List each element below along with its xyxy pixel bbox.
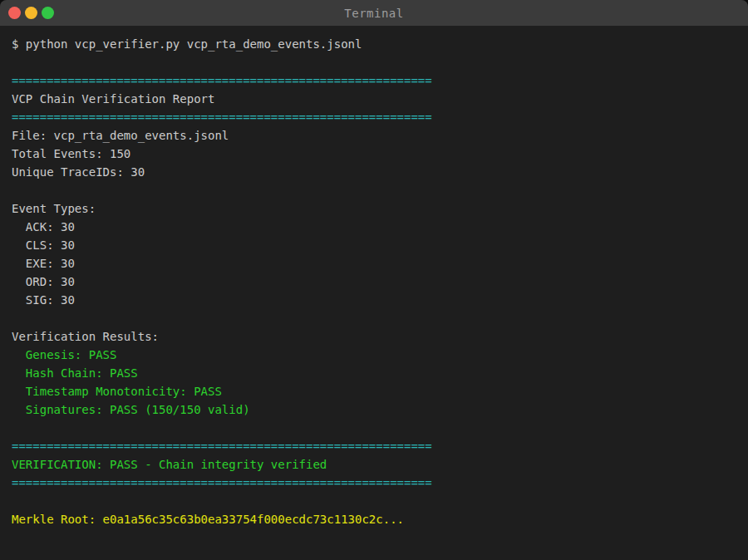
close-button[interactable] bbox=[8, 7, 21, 19]
terminal-line: ========================================… bbox=[12, 71, 736, 90]
terminal-line: Total Events: 150 bbox=[12, 145, 736, 163]
terminal-line: ACK: 30 bbox=[12, 218, 736, 236]
terminal-line: Timestamp Monotonicity: PASS bbox=[12, 382, 736, 400]
terminal-line: ========================================… bbox=[12, 108, 736, 126]
window-titlebar[interactable]: Terminal bbox=[0, 0, 748, 26]
terminal-line: VCP Chain Verification Report bbox=[12, 90, 736, 108]
zoom-button[interactable] bbox=[42, 7, 54, 19]
terminal-line: EXE: 30 bbox=[12, 254, 736, 273]
terminal-line bbox=[12, 309, 736, 327]
terminal-output[interactable]: $ python vcp_verifier.py vcp_rta_demo_ev… bbox=[0, 26, 748, 560]
terminal-line: Signatures: PASS (150/150 valid) bbox=[12, 400, 736, 419]
terminal-line bbox=[12, 492, 736, 510]
window-controls bbox=[8, 0, 54, 26]
terminal-line: CLS: 30 bbox=[12, 236, 736, 254]
terminal-line: ========================================… bbox=[12, 474, 736, 492]
terminal-line: File: vcp_rta_demo_events.jsonl bbox=[12, 126, 736, 145]
terminal-line bbox=[12, 53, 736, 71]
terminal-line: Genesis: PASS bbox=[12, 346, 736, 364]
terminal-line: Event Types: bbox=[12, 199, 736, 218]
terminal-window: Terminal $ python vcp_verifier.py vcp_rt… bbox=[0, 0, 748, 560]
terminal-line bbox=[12, 181, 736, 199]
terminal-line bbox=[12, 419, 736, 437]
window-title: Terminal bbox=[0, 7, 748, 20]
terminal-line: Hash Chain: PASS bbox=[12, 364, 736, 382]
minimize-button[interactable] bbox=[25, 7, 37, 19]
terminal-line: $ python vcp_verifier.py vcp_rta_demo_ev… bbox=[12, 35, 736, 53]
terminal-line: Verification Results: bbox=[12, 327, 736, 346]
terminal-line: ORD: 30 bbox=[12, 273, 736, 291]
terminal-line: Merkle Root: e0a1a56c35c63b0ea33754f000e… bbox=[12, 510, 736, 528]
terminal-line: SIG: 30 bbox=[12, 291, 736, 309]
terminal-line: VERIFICATION: PASS - Chain integrity ver… bbox=[12, 455, 736, 474]
terminal-line: Unique TraceIDs: 30 bbox=[12, 163, 736, 181]
terminal-line: ========================================… bbox=[12, 437, 736, 455]
